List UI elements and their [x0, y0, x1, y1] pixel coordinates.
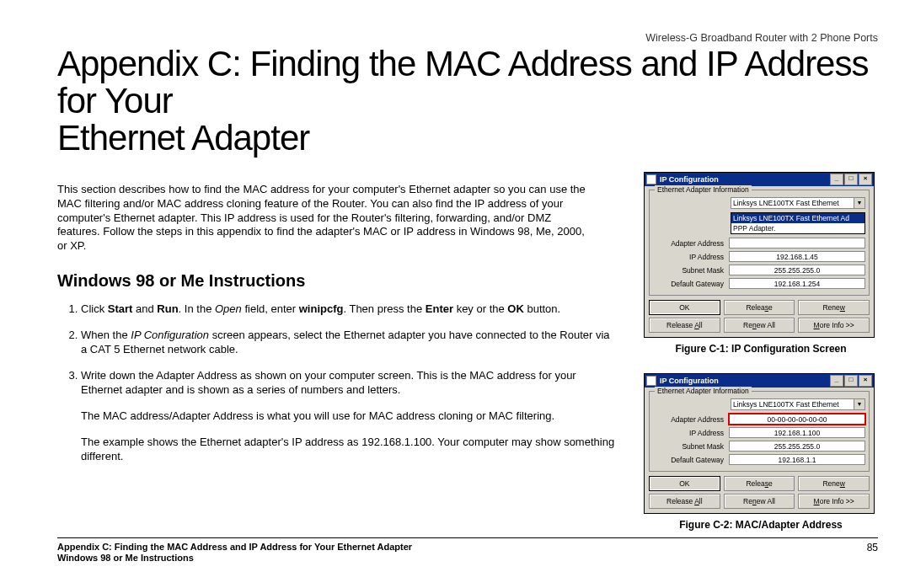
renew-button[interactable]: Renew [798, 476, 870, 491]
window-title: IP Configuration [660, 377, 719, 385]
close-icon[interactable]: × [859, 174, 872, 185]
step1-pre: Click [81, 302, 108, 315]
group-legend: Ethernet Adapter Information [655, 185, 752, 194]
title-line-1: Appendix C: Finding the MAC Address and … [57, 44, 868, 120]
release-button[interactable]: Release [724, 300, 795, 315]
ok-button[interactable]: OK [649, 476, 720, 491]
value-gateway: 192.168.1.1 [729, 454, 865, 465]
step2-ital: IP Configuration [131, 329, 209, 341]
ipcfg-window-1: IP Configuration _ □ × Ethernet Adapter … [644, 172, 875, 338]
button-area: OK Release Renew Release All Renew All M… [645, 297, 874, 337]
group-legend: Ethernet Adapter Information [655, 387, 752, 395]
step1-winipcfg: winipcfg [299, 302, 344, 315]
app-icon [646, 174, 656, 184]
maximize-icon[interactable]: □ [844, 375, 858, 387]
page-footer: Appendix C: Finding the MAC Address and … [57, 537, 878, 565]
release-all-button[interactable]: Release All [649, 494, 720, 509]
window-titlebar: IP Configuration _ □ × [645, 173, 874, 186]
dropdown-option-2[interactable]: PPP Adapter. [731, 223, 864, 233]
ok-button[interactable]: OK [649, 300, 720, 315]
section-heading: Windows 98 or Me Instructions [57, 271, 615, 291]
step1-m3: field, enter [242, 302, 299, 315]
adapter-dropdown[interactable]: Linksys LNE100TX Fast Ethernet ▼ [731, 398, 865, 410]
label-adapter-address: Adapter Address [653, 415, 724, 424]
step1-m5: key or the [453, 302, 507, 315]
chevron-down-icon[interactable]: ▼ [854, 198, 864, 208]
label-subnet: Subnet Mask [653, 442, 724, 451]
adapter-info-group: Ethernet Adapter Information Linksys LNE… [649, 190, 870, 296]
step1-run: Run [157, 302, 178, 315]
page-title: Appendix C: Finding the MAC Address and … [57, 45, 878, 157]
close-icon[interactable]: × [859, 375, 872, 387]
step1-post: button. [524, 302, 560, 315]
footer-line-2: Windows 98 or Me Instructions [57, 553, 878, 564]
step1-start: Start [108, 302, 133, 315]
adapter-dropdown[interactable]: Linksys LNE100TX Fast Ethernet ▼ [731, 197, 865, 209]
value-ip: 192.168.1.45 [729, 251, 865, 262]
maximize-icon[interactable]: □ [844, 174, 858, 185]
minimize-icon[interactable]: _ [830, 375, 843, 387]
step1-enter: Enter [426, 302, 453, 315]
button-area: OK Release Renew Release All Renew All M… [645, 473, 874, 513]
value-adapter-address [729, 238, 865, 249]
steps-list: Click Start and Run. In the Open field, … [57, 302, 615, 463]
step3-extra1: The MAC address/Adapter Address is what … [81, 409, 615, 424]
value-adapter-address: 00-00-00-00-00-00 [729, 414, 865, 425]
label-ip: IP Address [653, 429, 724, 437]
label-gateway: Default Gateway [653, 280, 724, 288]
adapter-info-group: Ethernet Adapter Information Linksys LNE… [649, 391, 870, 472]
title-line-2: Ethernet Adapter [57, 118, 309, 158]
step3-extra2: The example shows the Ethernet adapter's… [81, 436, 615, 464]
adapter-selected: Linksys LNE100TX Fast Ethernet [733, 199, 839, 207]
app-icon [646, 376, 656, 386]
step3-main: Write down the Adapter Address as shown … [81, 369, 576, 396]
value-gateway: 192.168.1.254 [729, 278, 865, 289]
ipcfg-window-2: IP Configuration _ □ × Ethernet Adapter … [644, 373, 875, 514]
value-ip: 192.168.1.100 [729, 427, 865, 438]
dropdown-option-1[interactable]: Linksys LNE100TX Fast Ethernet Ad [731, 213, 864, 223]
figure-c1: IP Configuration _ □ × Ethernet Adapter … [644, 172, 878, 355]
intro-text: This section describes how to find the M… [57, 183, 597, 253]
product-name: Wireless-G Broadband Router with 2 Phone… [57, 32, 878, 44]
label-gateway: Default Gateway [653, 456, 724, 464]
step2-pre: When the [81, 329, 131, 341]
step1-m2: . In the [179, 302, 215, 315]
more-info-button[interactable]: More Info >> [798, 494, 870, 509]
label-ip: IP Address [653, 253, 724, 261]
step1-open: Open [215, 302, 242, 315]
release-all-button[interactable]: Release All [649, 318, 720, 333]
adapter-dropdown-popup[interactable]: Linksys LNE100TX Fast Ethernet Ad PPP Ad… [731, 212, 865, 234]
window-title: IP Configuration [660, 175, 719, 184]
right-column: IP Configuration _ □ × Ethernet Adapter … [644, 172, 878, 549]
renew-all-button[interactable]: Renew All [724, 318, 795, 333]
figure-c2: IP Configuration _ □ × Ethernet Adapter … [644, 373, 878, 531]
chevron-down-icon[interactable]: ▼ [854, 399, 864, 409]
left-column: This section describes how to find the M… [57, 172, 615, 475]
label-subnet: Subnet Mask [653, 266, 724, 275]
window-titlebar: IP Configuration _ □ × [645, 374, 874, 388]
step1-m1: and [132, 302, 157, 315]
adapter-selected: Linksys LNE100TX Fast Ethernet [733, 400, 839, 409]
step-2: When the IP Configuration screen appears… [81, 329, 615, 357]
minimize-icon[interactable]: _ [830, 174, 843, 185]
step1-m4: . Then press the [343, 302, 425, 315]
renew-all-button[interactable]: Renew All [724, 494, 795, 509]
figure-c2-caption: Figure C-2: MAC/Adapter Address [644, 519, 878, 531]
release-button[interactable]: Release [724, 476, 795, 491]
renew-button[interactable]: Renew [798, 300, 870, 315]
step1-ok: OK [507, 302, 524, 315]
step-3: Write down the Adapter Address as shown … [81, 369, 615, 463]
figure-c1-caption: Figure C-1: IP Configuration Screen [644, 343, 878, 355]
step-1: Click Start and Run. In the Open field, … [81, 302, 615, 317]
more-info-button[interactable]: More Info >> [798, 318, 870, 333]
footer-line-1: Appendix C: Finding the MAC Address and … [57, 542, 878, 553]
label-adapter-address: Adapter Address [653, 239, 724, 248]
page-number: 85 [867, 542, 878, 553]
value-subnet: 255.255.255.0 [729, 265, 865, 275]
value-subnet: 255.255.255.0 [729, 441, 865, 452]
